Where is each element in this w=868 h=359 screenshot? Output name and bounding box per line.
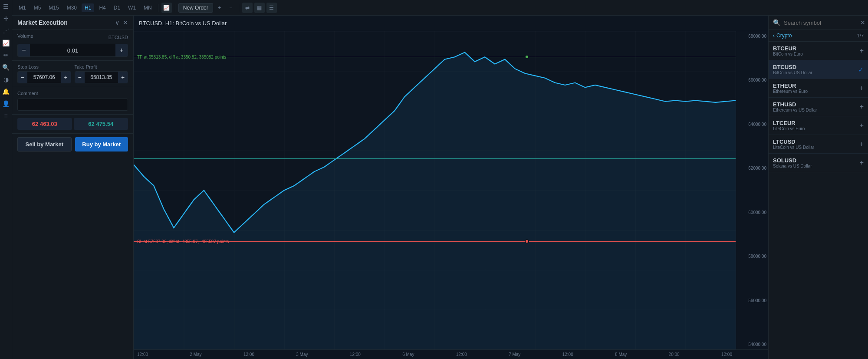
sell-price-display: 62 463.03: [17, 118, 72, 130]
price-tick-8: 54000.00: [738, 342, 766, 347]
symbol-info-etheur: ETHEUR Ethereum vs Euro: [773, 82, 808, 94]
sell-market-button[interactable]: Sell by Market: [17, 137, 72, 152]
current-price-line: [134, 158, 768, 159]
time-label-12: 12:00: [721, 352, 732, 357]
symbol-name-solusd: SOLUSD: [773, 157, 812, 164]
sl-dot: [525, 239, 529, 244]
indicators-icon[interactable]: ⋰: [1, 26, 11, 36]
price-scale: 68000.00 66000.00 64000.00 62000.00 6000…: [736, 31, 768, 349]
tp-decrease-btn[interactable]: −: [75, 72, 85, 83]
timeframe-m15[interactable]: M15: [46, 3, 62, 12]
sl-tp-row: Stop Loss − + Take Profit − +: [17, 64, 128, 83]
stop-loss-stepper: − +: [17, 71, 71, 83]
symbol-count: 1/7: [857, 33, 864, 38]
timeframe-d1[interactable]: D1: [111, 3, 123, 12]
time-label-5: 12:00: [350, 352, 361, 357]
volume-increase-btn[interactable]: +: [115, 44, 128, 56]
panel-close-btn[interactable]: ✕: [123, 19, 128, 26]
time-label-4: 3 May: [296, 352, 308, 357]
timeframe-m5[interactable]: M5: [31, 3, 44, 12]
settings-chart-icon[interactable]: ☰: [266, 3, 277, 13]
time-label-1: 12:00: [137, 352, 148, 357]
price-row: 62 463.03 62 475.54: [12, 115, 133, 134]
crosshair-icon[interactable]: ✛: [1, 14, 11, 23]
add-ltcusd-icon[interactable]: +: [860, 140, 864, 148]
main-area: M1 M5 M15 M30 H1 H4 D1 W1 MN 📈 New Order…: [12, 0, 868, 359]
check-btcusd-icon: ✓: [858, 66, 864, 74]
tp-dot: [525, 55, 529, 59]
timeframe-mn[interactable]: MN: [141, 3, 155, 12]
add-chart-icon[interactable]: +: [215, 3, 224, 13]
panel-collapse-btn[interactable]: ∨: [115, 19, 119, 26]
time-label-9: 12:00: [562, 352, 573, 357]
menu-icon[interactable]: ☰: [1, 2, 11, 11]
buy-market-button[interactable]: Buy by Market: [75, 137, 128, 152]
comment-label: Comment: [17, 91, 128, 96]
chart-body[interactable]: TP at 65813.85, diff at 3350.82, 335082 …: [134, 31, 768, 349]
symbol-name-btceur: BTCEUR: [773, 45, 803, 52]
symbol-item-btceur[interactable]: BTCEUR BitCoin vs Euro +: [769, 42, 868, 60]
stop-loss-label: Stop Loss: [17, 64, 71, 69]
sl-line-label: SL at 57607.06, diff at -4855.97, -48559…: [135, 239, 736, 244]
time-axis: 12:00 2 May 12:00 3 May 12:00 6 May 12:0…: [134, 349, 768, 359]
compare-icon[interactable]: ⇌: [242, 3, 253, 13]
symbol-item-etheur[interactable]: ETHEUR Ethereum vs Euro +: [769, 79, 868, 98]
template-icon[interactable]: ▦: [254, 3, 265, 13]
crypto-nav-btn[interactable]: ‹ Crypto: [773, 33, 792, 39]
add-btceur-icon[interactable]: +: [860, 47, 864, 55]
symbol-name-btcusd: BTCUSD: [773, 64, 812, 70]
account-icon[interactable]: 👤: [1, 99, 11, 109]
sl-decrease-btn[interactable]: −: [18, 72, 27, 83]
volume-stepper: − +: [17, 44, 128, 57]
sl-increase-btn[interactable]: +: [61, 72, 71, 83]
symbol-info-ltcusd: LTCUSD LiteCoin vs US Dollar: [773, 138, 814, 150]
search-close-btn[interactable]: ✕: [860, 19, 865, 26]
timeframe-h4[interactable]: H4: [96, 3, 108, 12]
time-label-7: 12:00: [456, 352, 467, 357]
new-order-button[interactable]: New Order: [178, 3, 213, 13]
tp-increase-btn[interactable]: +: [118, 72, 128, 83]
top-bar: M1 M5 M15 M30 H1 H4 D1 W1 MN 📈 New Order…: [12, 0, 868, 16]
order-panel-header: Market Execution ∨ ✕: [12, 16, 133, 30]
symbol-name-ltcusd: LTCUSD: [773, 138, 814, 145]
buy-price-value: 62 475.54: [77, 121, 125, 127]
timeframe-w1[interactable]: W1: [125, 3, 139, 12]
symbol-item-solusd[interactable]: SOLUSD Solana vs US Dollar +: [769, 154, 868, 172]
volume-input[interactable]: [30, 47, 115, 54]
symbol-info-btceur: BTCEUR BitCoin vs Euro: [773, 45, 803, 56]
stop-loss-input[interactable]: [27, 74, 61, 80]
search-bar: 🔍 ✕: [769, 16, 868, 30]
add-solusd-icon[interactable]: +: [860, 159, 864, 167]
list-icon[interactable]: ≡: [1, 111, 11, 121]
volume-decrease-btn[interactable]: −: [18, 44, 30, 56]
symbol-item-ethusd[interactable]: ETHUSD Ethereum vs US Dollar +: [769, 98, 868, 116]
chart-title: BTCUSD, H1: BitCoin vs US Dollar: [139, 20, 227, 26]
add-ethusd-icon[interactable]: +: [860, 103, 864, 111]
theme-icon[interactable]: ◑: [1, 75, 11, 84]
back-arrow-icon: ‹: [773, 33, 775, 39]
draw-icon[interactable]: ✏: [1, 50, 11, 60]
timeframe-m30[interactable]: M30: [64, 3, 80, 12]
symbol-desc-solusd: Solana vs US Dollar: [773, 164, 812, 168]
timeframe-h1[interactable]: H1: [82, 3, 94, 12]
symbol-item-ltceur[interactable]: LTCEUR LiteCoin vs Euro +: [769, 116, 868, 135]
chart-type-icon[interactable]: 📈: [161, 3, 172, 13]
price-tick-6: 58000.00: [738, 254, 766, 259]
chart-svg: [134, 31, 736, 349]
search-input[interactable]: [784, 20, 857, 26]
symbol-category-header: ‹ Crypto 1/7: [769, 30, 868, 42]
time-label-10: 8 May: [615, 352, 627, 357]
symbol-item-ltcusd[interactable]: LTCUSD LiteCoin vs US Dollar +: [769, 135, 868, 154]
timeframe-m1[interactable]: M1: [16, 3, 29, 12]
search-left-icon[interactable]: 🔍: [1, 63, 11, 72]
symbol-item-btcusd[interactable]: BTCUSD BitCoin vs US Dollar ✓: [769, 60, 868, 79]
line-chart-icon[interactable]: 📈: [1, 38, 11, 48]
comment-input[interactable]: [17, 99, 128, 111]
add-etheur-icon[interactable]: +: [860, 84, 864, 92]
alert-icon[interactable]: 🔔: [1, 87, 11, 96]
remove-chart-icon[interactable]: −: [226, 3, 236, 13]
add-ltceur-icon[interactable]: +: [860, 122, 864, 129]
symbol-list: BTCEUR BitCoin vs Euro + BTCUSD BitCoin …: [769, 42, 868, 359]
take-profit-input[interactable]: [85, 74, 118, 80]
symbol-name-ethusd: ETHUSD: [773, 101, 817, 108]
